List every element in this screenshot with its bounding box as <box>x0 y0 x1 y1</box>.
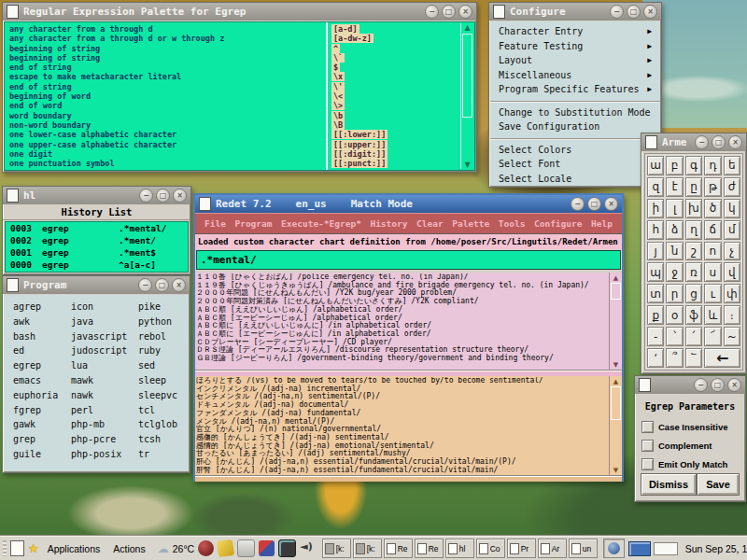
results-pane-bottom[interactable]: ほろりとする /(vs) to be moved to tears/to be … <box>195 376 622 475</box>
minimize-button[interactable]: − <box>138 278 152 292</box>
program-option[interactable]: php-pcre <box>71 434 127 449</box>
regex-row[interactable]: word boundary \b <box>7 111 459 120</box>
character-key[interactable]: լ <box>666 199 683 218</box>
character-key[interactable]: ~ <box>724 327 740 346</box>
menu-item[interactable]: Character Entry ▶ <box>490 24 660 39</box>
editor-launcher-icon[interactable] <box>237 539 255 557</box>
character-key[interactable]: ո <box>704 242 721 261</box>
menu-item[interactable]: Layout ▶ <box>490 53 660 68</box>
taskbar-window-button[interactable]: [k: <box>353 539 382 558</box>
program-option[interactable]: java <box>71 316 127 331</box>
character-key[interactable]: յ <box>647 242 664 261</box>
menubar-item[interactable]: Clear <box>416 218 444 229</box>
program-option[interactable]: sleepvc <box>138 390 177 405</box>
program-option[interactable]: gawk <box>13 419 58 434</box>
regex-pattern-chip[interactable]: [a-d] <box>331 24 359 34</box>
program-option[interactable]: php-mb <box>71 419 127 434</box>
maximize-button[interactable]: □ <box>711 378 725 392</box>
horizontal-scrollbar[interactable] <box>195 370 622 376</box>
regex-row[interactable]: one punctuation symbol [[:punct:]] <box>7 159 459 168</box>
character-key[interactable]: օ <box>666 305 683 325</box>
regex-pattern-chip[interactable]: ^ <box>331 44 340 53</box>
character-key[interactable]: փ <box>724 284 740 303</box>
scroll-up-icon[interactable]: ▲ <box>464 23 470 32</box>
character-key[interactable]: ֆ <box>685 305 702 325</box>
regex-row[interactable]: end of string \' <box>7 82 459 91</box>
program-option[interactable]: icon <box>71 301 127 316</box>
maximize-button[interactable]: □ <box>156 189 170 203</box>
tray-button[interactable] <box>603 539 625 558</box>
program-option[interactable]: emacs <box>13 375 58 390</box>
regex-scrollbar[interactable]: ▲ ▼ <box>460 23 473 169</box>
menu-item[interactable]: Change to Substitution Mode <box>490 105 660 120</box>
menubar-item[interactable]: Tools <box>499 218 526 229</box>
character-key[interactable]: չ <box>724 242 740 261</box>
maximize-button[interactable]: □ <box>712 135 726 149</box>
program-option[interactable]: lua <box>71 360 127 375</box>
character-key[interactable]: ծ <box>704 199 721 218</box>
character-key[interactable]: ա <box>647 156 664 175</box>
program-option[interactable]: sed <box>138 360 177 375</box>
regex-row[interactable]: beginning of string \` <box>7 53 459 63</box>
egrep-titlebar[interactable]: − □ × <box>635 376 745 394</box>
regex-row[interactable]: end of string $ <box>7 63 459 72</box>
panel-handle[interactable] <box>3 540 7 556</box>
program-option[interactable]: nawk <box>71 390 127 405</box>
program-option[interactable]: ruby <box>138 345 177 360</box>
program-option[interactable]: sleep <box>138 375 177 390</box>
program-option[interactable]: tr <box>138 449 177 464</box>
regex-row[interactable]: one lower-case alphabetic character [[:l… <box>7 130 459 139</box>
regex-pattern-chip[interactable]: \x <box>331 72 345 81</box>
character-key[interactable]: ՚ <box>647 348 664 368</box>
regex-row[interactable]: non-word boundary \B <box>7 120 459 130</box>
scroll-down-icon[interactable]: ▼ <box>464 161 470 169</box>
close-button[interactable]: × <box>727 378 741 392</box>
character-key[interactable]: ՜ <box>704 327 721 346</box>
save-button[interactable]: Save <box>697 473 740 496</box>
character-key[interactable]: ՛ <box>685 327 702 346</box>
character-key[interactable]: ։ <box>724 305 740 325</box>
terminal-launcher-icon[interactable] <box>278 539 296 557</box>
opera-launcher-icon[interactable] <box>198 540 214 556</box>
program-option[interactable]: judoscript <box>71 345 127 360</box>
menubar-item[interactable]: History <box>370 218 407 229</box>
program-option[interactable]: grep <box>13 434 58 449</box>
character-key[interactable]: ժ <box>724 177 740 197</box>
program-option[interactable]: fgrep <box>13 405 58 420</box>
regex-pattern-chip[interactable]: [[:upper:]] <box>331 140 388 149</box>
character-key[interactable]: տ <box>647 284 664 303</box>
volume-icon[interactable]: ◄) <box>300 540 313 556</box>
program-option[interactable]: ed <box>13 345 58 360</box>
character-key[interactable]: ի <box>647 199 664 218</box>
checkbox-row[interactable]: Emit Only Match <box>641 455 745 473</box>
character-key[interactable]: բ <box>666 156 683 175</box>
file-manager-icon[interactable] <box>10 540 24 556</box>
character-key[interactable]: շ <box>685 242 702 261</box>
character-key[interactable]: ղ <box>685 220 702 240</box>
taskbar-window-button[interactable]: Re <box>415 539 444 558</box>
history-entry[interactable]: 0001 egrep .*ment$ <box>6 247 188 259</box>
regex-row[interactable]: any character from a through d or w thro… <box>7 34 459 43</box>
regex-input-field[interactable]: .*mental/ <box>196 250 621 270</box>
menubar-item[interactable]: Palette <box>452 218 489 229</box>
armenian-titlebar[interactable]: Arme − □ × <box>641 133 746 151</box>
checkbox[interactable] <box>641 458 654 470</box>
taskbar-window-button[interactable]: Co <box>476 539 505 558</box>
media-launcher-icon[interactable] <box>259 540 275 556</box>
character-key[interactable]: կ <box>724 199 740 218</box>
checkbox[interactable] <box>641 421 654 433</box>
history-entry[interactable]: 0003 egrep .*mental/ <box>6 223 188 235</box>
character-key[interactable]: ՞ <box>666 348 683 368</box>
minimize-button[interactable]: − <box>139 189 153 203</box>
actions-menu[interactable]: Actions <box>108 543 149 554</box>
program-option[interactable]: perl <box>71 405 127 420</box>
character-key[interactable]: ն <box>666 242 683 261</box>
maximize-button[interactable]: □ <box>587 197 601 211</box>
minimize-button[interactable]: − <box>425 5 439 19</box>
history-entry[interactable]: 0000 egrep ^a[a-c] <box>6 259 188 272</box>
character-key[interactable]: ե <box>724 156 740 175</box>
regex-row[interactable]: beginning of word \< <box>7 91 459 101</box>
menubar-item[interactable]: Help <box>591 218 613 229</box>
taskbar-window-button[interactable]: Re <box>384 539 413 558</box>
program-option[interactable]: rebol <box>138 331 177 346</box>
